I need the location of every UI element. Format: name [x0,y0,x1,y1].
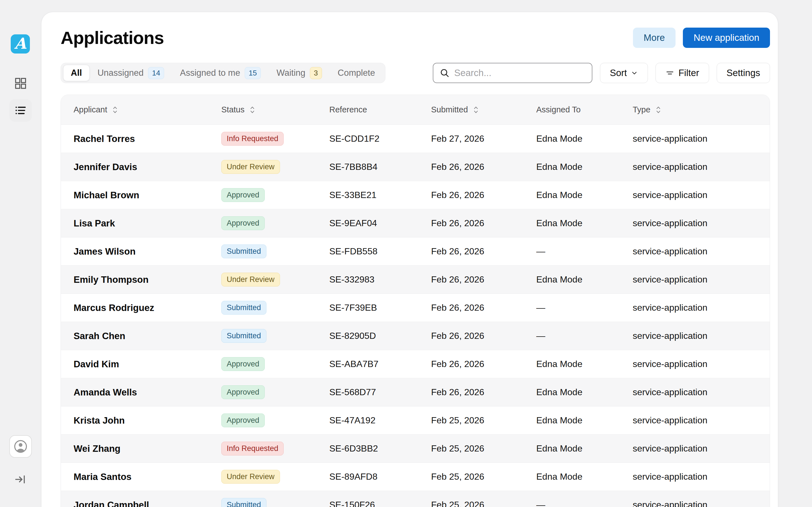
tab-unassigned[interactable]: Unassigned 14 [90,65,172,81]
assigned-to-cell: — [536,302,633,313]
more-button[interactable]: More [633,27,675,48]
status-badge: Approved [221,357,265,371]
column-header-submitted[interactable]: Submitted [431,105,536,114]
tabs: All Unassigned 14 Assigned to me 15 Wait… [61,63,386,83]
table-row[interactable]: Krista John Approved SE-47A192 Feb 25, 2… [61,406,770,434]
applications-table: Applicant Status Reference Submitted Ass… [61,95,770,507]
submitted-cell: Feb 27, 2026 [431,133,536,144]
title-actions: More New application [633,27,770,48]
table-row[interactable]: Rachel Torres Info Requested SE-CDD1F2 F… [61,124,770,153]
tab-all[interactable]: All [63,65,90,81]
reference-cell: SE-9EAF04 [329,218,431,228]
reference-cell: SE-FDB558 [329,246,431,257]
submitted-cell: Feb 26, 2026 [431,274,536,285]
submitted-cell: Feb 26, 2026 [431,359,536,369]
table-row[interactable]: Maria Santos Under Review SE-89AFD8 Feb … [61,462,770,491]
type-cell: service-application [633,471,770,482]
sort-button[interactable]: Sort [600,63,648,83]
new-application-button[interactable]: New application [683,27,770,48]
tab-count-badge: 14 [148,67,164,79]
app-logo[interactable]: A [11,34,30,54]
tab-waiting[interactable]: Waiting 3 [269,65,330,81]
tab-label: All [71,68,82,78]
applicant-name: Jordan Campbell [73,500,221,507]
sidebar-item-dashboard[interactable] [9,72,32,95]
collapse-sidebar-button[interactable] [9,468,32,491]
column-header-type[interactable]: Type [633,105,770,114]
table-row[interactable]: Wei Zhang Info Requested SE-6D3BB2 Feb 2… [61,434,770,462]
settings-button[interactable]: Settings [717,63,770,83]
status-badge: Submitted [221,329,266,343]
applicant-name: Rachel Torres [73,133,221,144]
tab-label: Assigned to me [180,68,240,78]
filter-lines-icon [665,68,674,77]
assigned-to-cell: Edna Mode [536,190,633,200]
reference-cell: SE-150F26 [329,500,431,507]
apps-grid-icon [14,76,28,90]
sidebar-item-applications-list[interactable] [9,99,32,122]
submitted-cell: Feb 25, 2026 [431,415,536,426]
applicant-name: Amanda Wells [73,387,221,398]
applicant-name: James Wilson [73,246,221,257]
sort-chevrons-icon [112,106,118,114]
applicant-name: Jennifer Davis [73,162,221,172]
status-badge: Under Review [221,470,280,484]
type-cell: service-application [633,133,770,144]
tab-count-badge: 15 [245,67,261,79]
search-input[interactable] [454,68,586,78]
status-badge: Submitted [221,498,266,507]
column-header-label: Status [221,105,245,114]
page-title: Applications [61,27,164,48]
assigned-to-cell: — [536,331,633,341]
filter-button[interactable]: Filter [656,63,709,83]
tab-assigned-to-me[interactable]: Assigned to me 15 [172,65,269,81]
user-profile-button[interactable] [9,435,32,458]
sort-chevrons-icon [473,106,479,114]
table-row[interactable]: Michael Brown Approved SE-33BE21 Feb 26,… [61,181,770,209]
table-row[interactable]: Marcus Rodriguez Submitted SE-7F39EB Feb… [61,293,770,322]
submitted-cell: Feb 26, 2026 [431,218,536,228]
type-cell: service-application [633,500,770,507]
status-badge: Approved [221,188,265,202]
assigned-to-cell: — [536,500,633,507]
table-row[interactable]: Jordan Campbell Submitted SE-150F26 Feb … [61,491,770,507]
submitted-cell: Feb 26, 2026 [431,246,536,257]
submitted-cell: Feb 26, 2026 [431,302,536,313]
table-row[interactable]: Amanda Wells Approved SE-568D77 Feb 26, … [61,378,770,406]
reference-cell: SE-82905D [329,331,431,341]
table-row[interactable]: Lisa Park Approved SE-9EAF04 Feb 26, 202… [61,209,770,237]
sidebar: A [0,0,41,507]
assigned-to-cell: Edna Mode [536,359,633,369]
list-icon [14,104,27,117]
search-box [433,63,592,83]
table-row[interactable]: Emily Thompson Under Review SE-332983 Fe… [61,265,770,293]
settings-button-label: Settings [726,68,760,78]
applicant-name: Emily Thompson [73,274,221,285]
table-row[interactable]: David Kim Approved SE-ABA7B7 Feb 26, 202… [61,350,770,378]
type-cell: service-application [633,443,770,454]
type-cell: service-application [633,387,770,397]
reference-cell: SE-7BB8B4 [329,162,431,172]
type-cell: service-application [633,415,770,426]
chevron-down-icon [631,69,638,76]
type-cell: service-application [633,246,770,257]
table-row[interactable]: Jennifer Davis Under Review SE-7BB8B4 Fe… [61,153,770,181]
applicant-name: Marcus Rodriguez [73,302,221,313]
submitted-cell: Feb 25, 2026 [431,500,536,507]
reference-cell: SE-7F39EB [329,302,431,313]
table-row[interactable]: Sarah Chen Submitted SE-82905D Feb 26, 2… [61,322,770,350]
type-cell: service-application [633,359,770,369]
applicant-name: Krista John [73,415,221,426]
reference-cell: SE-89AFD8 [329,471,431,482]
column-header-status[interactable]: Status [221,105,329,114]
status-badge: Approved [221,216,265,230]
type-cell: service-application [633,302,770,313]
tab-complete[interactable]: Complete [330,65,383,81]
status-badge: Approved [221,385,265,399]
type-cell: service-application [633,190,770,200]
applicant-name: David Kim [73,359,221,370]
column-header-applicant[interactable]: Applicant [73,105,221,114]
status-badge: Info Requested [221,132,284,146]
main-panel: Applications More New application All Un… [41,12,778,507]
table-row[interactable]: James Wilson Submitted SE-FDB558 Feb 26,… [61,237,770,265]
